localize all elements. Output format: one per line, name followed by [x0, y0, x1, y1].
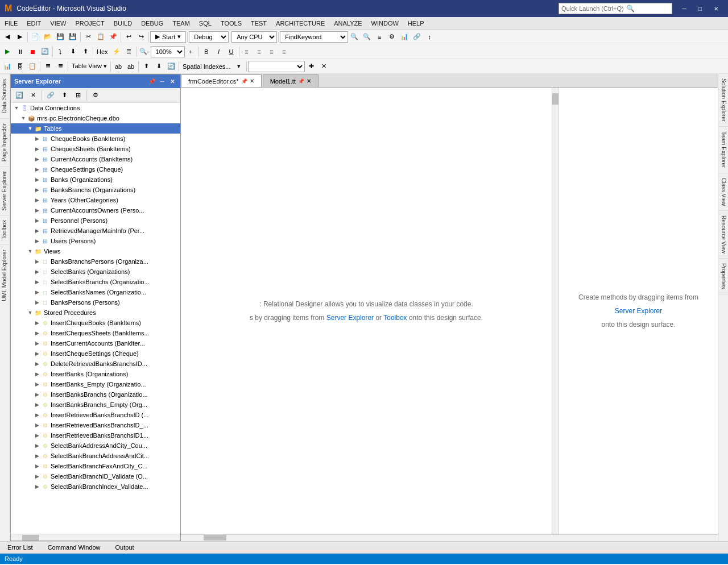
data-btn3[interactable]: ⬆: [140, 60, 152, 73]
spatial-dropdown[interactable]: ▾: [233, 60, 245, 73]
sp16-expander[interactable]: ▶: [34, 473, 40, 479]
left-tab-uml[interactable]: UML Model Explorer: [0, 244, 10, 306]
v4-expander[interactable]: ▶: [34, 289, 40, 295]
left-tab-pageinspector[interactable]: Page Inspector: [0, 118, 10, 166]
menu-analyze[interactable]: ANALYZE: [329, 19, 366, 28]
sp10-expander[interactable]: ▶: [34, 412, 40, 418]
t7-expander[interactable]: ▶: [34, 197, 40, 203]
sp-insertchequebooks[interactable]: ▶ ⚙ InsertChequeBooks (BankItems): [11, 318, 180, 328]
menu-architecture[interactable]: ARCHITECTURE: [271, 19, 329, 28]
align-center[interactable]: ≡: [253, 45, 266, 58]
debug-config-combo[interactable]: Debug: [189, 31, 229, 43]
close-panel-icon[interactable]: ✕: [168, 77, 177, 86]
minimize-button[interactable]: ─: [677, 3, 692, 14]
align-right[interactable]: ≡: [266, 45, 278, 58]
sp17-expander[interactable]: ▶: [34, 484, 40, 489]
tab-model1[interactable]: Model1.tt 📌 ✕: [263, 74, 318, 87]
close-button[interactable]: ✕: [709, 3, 723, 14]
toolbar-btn6[interactable]: ≣: [123, 45, 135, 58]
tab-error-list[interactable]: Error List: [0, 542, 40, 553]
t5-expander[interactable]: ▶: [34, 177, 40, 182]
add-connection-btn[interactable]: ⊞: [72, 89, 84, 102]
find-btn[interactable]: 🔍: [348, 31, 361, 43]
start-button[interactable]: ▶ Start ▾: [150, 31, 186, 43]
table-chequebooks[interactable]: ▶ ⊞ ChequeBooks (BankItems): [11, 134, 180, 144]
zoom-out[interactable]: 🔍-: [138, 45, 151, 58]
align-justify[interactable]: ≡: [278, 45, 291, 58]
sp6-expander[interactable]: ▶: [34, 371, 40, 377]
sql-btn1[interactable]: 📊: [1, 60, 14, 73]
menu-debug[interactable]: DEBUG: [136, 19, 168, 28]
cut-button[interactable]: ✂: [82, 31, 94, 43]
delete-btn[interactable]: ✕: [27, 89, 39, 102]
tab-model1-close[interactable]: ✕: [307, 78, 311, 84]
t11-expander[interactable]: ▶: [34, 238, 40, 244]
editor-server-explorer-link[interactable]: Server Explorer: [326, 314, 374, 322]
menu-help[interactable]: HELP: [403, 19, 429, 28]
hex-toggle[interactable]: ⚡: [110, 45, 123, 58]
sp15-expander[interactable]: ▶: [34, 463, 40, 469]
zoom-in[interactable]: +: [185, 45, 197, 58]
sp-insertcurrentaccounts[interactable]: ▶ ⚙ InsertCurrentAccounts (BankIter...: [11, 338, 180, 348]
t6-expander[interactable]: ▶: [34, 187, 40, 193]
toolbar-btn7[interactable]: B: [200, 45, 213, 58]
sp1-expander[interactable]: ▶: [34, 320, 40, 326]
left-tab-serverexplorer[interactable]: Server Explorer: [0, 166, 10, 215]
sql-btn2[interactable]: 🗄: [14, 60, 26, 73]
table-chequesettings[interactable]: ▶ ⊞ ChequeSettings (Cheque): [11, 164, 180, 175]
tab-frmcodeeditor[interactable]: frmCodeEditor.cs* 📌 ✕: [181, 74, 262, 87]
table-years[interactable]: ▶ ⊞ Years (OtherCategories): [11, 195, 180, 205]
maximize-button[interactable]: □: [693, 3, 708, 14]
sp-selectbankbranchaddress[interactable]: ▶ ⚙ SelectBankBranchAddressAndCit...: [11, 451, 180, 461]
table-currentaccounts[interactable]: ▶ ⊞ CurrentAccounts (BankItems): [11, 154, 180, 164]
new-project-button[interactable]: 📄: [29, 31, 42, 43]
vscroll-thumb[interactable]: [552, 93, 559, 105]
views-expander[interactable]: ▼: [27, 248, 34, 254]
pause-btn[interactable]: ⏸: [14, 45, 26, 58]
save-all-button[interactable]: 💾: [67, 31, 79, 43]
toolbar-btn4[interactable]: 🔗: [411, 31, 423, 43]
save-button[interactable]: 💾: [54, 31, 67, 43]
cpu-combo[interactable]: Any CPU: [231, 31, 277, 43]
sp-selectbankaddress[interactable]: ▶ ⚙ SelectBankAddressAndCity_Cou...: [11, 441, 180, 451]
copy-button[interactable]: 📋: [94, 31, 107, 43]
sp2-expander[interactable]: ▶: [34, 330, 40, 336]
minimize-panel-icon[interactable]: ─: [158, 77, 167, 86]
tree-hscrollbar[interactable]: [11, 534, 180, 541]
editor-hscrollbar[interactable]: [181, 534, 718, 541]
sp-selectbankbranchindex[interactable]: ▶ ⚙ SelectBankBranchIndex_Validate...: [11, 481, 180, 492]
table-chequessheets[interactable]: ▶ ⊞ ChequesSheets (BankItems): [11, 144, 180, 154]
refresh-btn[interactable]: 🔄: [13, 89, 26, 102]
sp-insertbanksbranch-empty[interactable]: ▶ ⚙ InsertBanksBranchs_Empty (Org...: [11, 400, 180, 410]
back-button[interactable]: ◀: [1, 31, 14, 43]
step-over[interactable]: ⤵: [54, 45, 67, 58]
quick-launch-box[interactable]: Quick Launch (Ctrl+Q) 🔍: [559, 3, 672, 14]
t8-expander[interactable]: ▶: [34, 207, 40, 213]
paste-button[interactable]: 📌: [107, 31, 119, 43]
db-expander[interactable]: ▼: [20, 115, 27, 121]
dc-expander[interactable]: ▼: [13, 105, 20, 111]
menu-tools[interactable]: TOOLS: [216, 19, 246, 28]
model-server-explorer-link[interactable]: Server Explorer: [578, 304, 698, 318]
view-selectbanks[interactable]: ▶ □ SelectBanks (Organizations): [11, 267, 180, 277]
left-tab-datasources[interactable]: Data Sources: [0, 74, 10, 118]
data-btn2[interactable]: ab: [125, 60, 137, 73]
view-selectbanksnames[interactable]: ▶ □ SelectBanksNames (Organizatio...: [11, 287, 180, 297]
disconnect-btn[interactable]: ⬆: [58, 89, 71, 102]
data-btn4[interactable]: ⬇: [152, 60, 165, 73]
sp-insertretrieved2[interactable]: ▶ ⚙ InsertRetrievedBanksBranchsID_...: [11, 420, 180, 430]
sp12-expander[interactable]: ▶: [34, 433, 40, 438]
spatial-btn1[interactable]: ✚: [305, 60, 317, 73]
t3-expander[interactable]: ▶: [34, 156, 40, 162]
db-node[interactable]: ▼ 📦 mrs-pc.ElectronicCheque.dbo: [11, 113, 180, 123]
right-tab-resource[interactable]: Resource View: [718, 211, 728, 259]
sp-insertbanks[interactable]: ▶ ⚙ InsertBanks (Organizations): [11, 369, 180, 379]
sp-selectbankbranchfax[interactable]: ▶ ⚙ SelectBankBranchFaxAndCity_C...: [11, 461, 180, 471]
tab-model1-pin[interactable]: 📌: [298, 78, 304, 84]
table-view-btn2[interactable]: ≣: [54, 60, 67, 73]
t2-expander[interactable]: ▶: [34, 146, 40, 152]
hscroll-thumb[interactable]: [22, 535, 39, 541]
open-button[interactable]: 📂: [42, 31, 54, 43]
menu-sql[interactable]: SQL: [195, 19, 216, 28]
sp4-expander[interactable]: ▶: [34, 351, 40, 356]
